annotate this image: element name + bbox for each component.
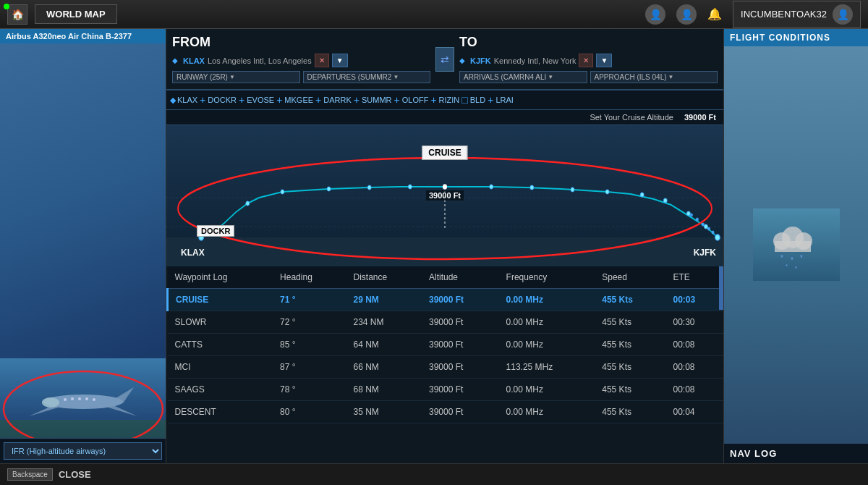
col-heading: Heading [273, 266, 346, 289]
svg-point-11 [93, 398, 95, 401]
departure-dropdown-arrow: ▼ [393, 74, 399, 80]
svg-point-35 [707, 227, 710, 231]
cell-2: 35 NM [346, 401, 421, 423]
waypoint-log[interactable]: Waypoint Log Heading Distance Altitude F… [166, 266, 723, 463]
to-diamond-icon: ◆ [459, 56, 465, 64]
sep-9: + [488, 94, 493, 106]
cell-3: 39000 Ft [422, 401, 499, 423]
waypoint-oloff[interactable]: OLOFF [402, 96, 429, 104]
sep-7: + [430, 94, 436, 106]
cell-2: 234 NM [346, 311, 421, 334]
waypoint-table: Waypoint Log Heading Distance Altitude F… [166, 266, 723, 423]
waypoint-klax[interactable]: ◆ KLAX [170, 96, 197, 105]
from-airport-row: ◆ KLAX Los Angeles Intl, Los Angeles ✕ ▼ [172, 54, 430, 67]
home-button[interactable]: 🏠 [7, 4, 27, 25]
arrival-label: ARRIVALS (CAMRN4 ALI [464, 73, 546, 81]
sep-5: + [354, 94, 359, 106]
from-dropdown-button[interactable]: ▼ [332, 54, 348, 67]
notification-bell[interactable]: 🔔 [707, 7, 722, 21]
oloff-name: OLOFF [402, 96, 429, 104]
cell-5: 455 Kts [595, 379, 665, 401]
swap-button[interactable]: ⇄ [435, 47, 454, 72]
altitude-marker: 39000 Ft [426, 190, 464, 201]
cell-0: SLOWR [168, 311, 273, 334]
to-dropdown-button[interactable]: ▼ [596, 54, 612, 67]
dockr-label: DOCKR [197, 225, 234, 237]
cell-4: 0.00 MHz [499, 334, 595, 356]
cell-5: 455 Kts [595, 311, 665, 334]
sep-6: + [394, 94, 400, 106]
table-row[interactable]: SAAGS78 °68 NM39000 Ft0.00 MHz455 Kts00:… [168, 379, 724, 401]
to-block: TO ◆ KJFK Kennedy Intl, New York ✕ ▼ ARR… [459, 35, 718, 83]
table-row[interactable]: CATTS85 °64 NM39000 Ft0.00 MHz455 Kts00:… [168, 334, 724, 356]
waypoint-tbody: CRUISE71 °29 NM39000 Ft0.00 MHz455 Kts00… [168, 289, 724, 423]
svg-point-27 [605, 190, 609, 194]
username-bar[interactable]: INCUMBENTOAK32 👤 [733, 1, 861, 28]
approach-label: APPROACH (ILS 04L) [595, 73, 667, 81]
cell-0: CATTS [168, 334, 273, 356]
cell-6: 00:30 [666, 311, 724, 334]
svg-point-29 [663, 198, 667, 203]
svg-point-7 [64, 398, 67, 401]
cell-1: 71 ° [273, 289, 346, 311]
waypoint-rizin[interactable]: RIZIN [439, 96, 460, 104]
svg-point-9 [78, 397, 81, 400]
table-row[interactable]: MCI87 °66 NM39000 Ft113.25 MHz455 Kts00:… [168, 356, 724, 379]
close-button[interactable]: CLOSE [59, 469, 91, 480]
waypoint-summr[interactable]: SUMMR [362, 96, 392, 104]
runway-label: RUNWAY (25R) [176, 73, 228, 81]
svg-point-38 [715, 235, 720, 240]
svg-point-21 [367, 185, 371, 190]
waypoint-darrk[interactable]: DARRK [323, 96, 352, 104]
cell-3: 39000 Ft [422, 356, 499, 379]
to-airport-row: ◆ KJFK Kennedy Intl, New York ✕ ▼ [459, 54, 718, 67]
waypoint-lrai[interactable]: LRAI [495, 96, 513, 104]
top-bar-right: 👤 👤 🔔 INCUMBENTOAK32 👤 [645, 1, 861, 28]
evose-name: EVOSE [247, 96, 274, 104]
svg-text:*: * [786, 263, 788, 269]
status-indicator [4, 4, 9, 9]
airplane-preview [0, 43, 166, 438]
to-clear-button[interactable]: ✕ [579, 54, 593, 67]
user-icon-2[interactable]: 👤 [676, 4, 697, 25]
table-row[interactable]: DESCENT80 °35 NM39000 Ft0.00 MHz455 Kts0… [168, 401, 724, 423]
waypoint-mkgee[interactable]: MKGEE [284, 96, 313, 104]
from-selectors-row: RUNWAY (25R) ▼ DEPARTURES (SUMMR2 ▼ [172, 71, 430, 83]
cell-5: 455 Kts [595, 401, 665, 423]
avatar: 👤 [833, 4, 853, 25]
cruise-altitude-label: Set Your Cruise Altitude [590, 113, 673, 122]
waypoint-bar: ◆ KLAX + DOCKR + EVOSE + MKGEE + DARRK +… [166, 90, 723, 110]
table-row[interactable]: SLOWR72 °234 NM39000 Ft0.00 MHz455 Kts00… [168, 311, 724, 334]
waypoint-dockr[interactable]: DOCKR [208, 96, 237, 104]
cell-1: 78 ° [273, 379, 346, 401]
sep-1: + [200, 94, 205, 106]
backspace-key[interactable]: Backspace [7, 468, 53, 481]
svg-point-18 [246, 201, 250, 206]
world-map-button[interactable]: WORLD MAP [35, 4, 117, 24]
from-to-divider: ⇄ [430, 35, 459, 83]
sep-2: + [239, 94, 244, 106]
cruise-altitude-value: 39000 Ft [684, 113, 716, 122]
table-row[interactable]: CRUISE71 °29 NM39000 Ft0.00 MHz455 Kts00… [168, 289, 724, 311]
top-bar: 🏠 WORLD MAP 👤 👤 🔔 INCUMBENTOAK32 👤 [0, 0, 868, 29]
cell-5: 455 Kts [595, 289, 665, 311]
col-speed: Speed [595, 266, 665, 289]
col-frequency: Frequency [499, 266, 595, 289]
to-airport-name: Kennedy Intl, New York [494, 56, 576, 65]
cell-3: 39000 Ft [422, 289, 499, 311]
svg-text:*: * [791, 256, 793, 264]
airplane-label: Airbus A320neo Air China B-2377 [0, 29, 166, 43]
from-clear-button[interactable]: ✕ [315, 54, 329, 67]
user-icon-1[interactable]: 👤 [645, 4, 665, 25]
flight-profile-area: CRUISE DOCKR 39000 Ft KLAX KJFK [166, 125, 723, 266]
mkgee-name: MKGEE [284, 96, 313, 104]
svg-point-8 [71, 397, 74, 400]
nav-log-header: NAV LOG [730, 448, 862, 459]
waypoint-bld[interactable]: BLD [470, 96, 485, 104]
left-panel: Airbus A320neo Air China B-2377 [0, 29, 166, 463]
waypoint-evose[interactable]: EVOSE [247, 96, 274, 104]
ifr-dropdown[interactable]: IFR (High-altitude airways) [4, 442, 162, 460]
scrollbar[interactable] [719, 266, 723, 310]
cell-2: 68 NM [346, 379, 421, 401]
weather-display: * * * * * [724, 46, 868, 443]
